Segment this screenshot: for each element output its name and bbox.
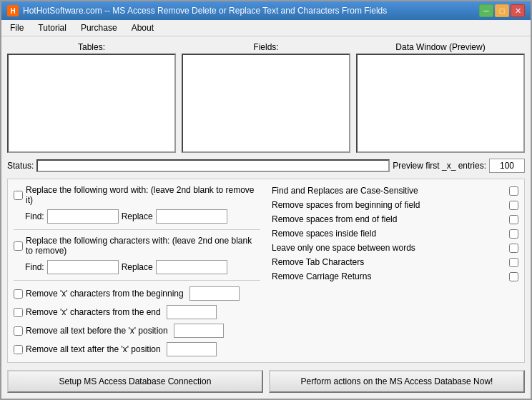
remove-begin-input[interactable] (189, 286, 240, 301)
right-option-label-5: Remove Tab Characters (272, 257, 509, 267)
replace-label-1: Replace (122, 211, 153, 221)
fields-listbox[interactable] (182, 54, 350, 153)
remove-before-label: Remove all text before the 'x' position (26, 326, 168, 336)
divider-2 (14, 280, 260, 281)
right-option-row-4: Leave only one space between words (272, 242, 518, 254)
right-option-checkbox-1[interactable] (509, 201, 518, 210)
perform-button[interactable]: Perform actions on the MS Access Databas… (269, 370, 525, 393)
options-section: Replace the following word with: (leave … (7, 179, 525, 363)
status-bar (36, 159, 390, 172)
find-word-input[interactable] (47, 209, 119, 224)
menu-purchase[interactable]: Purchase (75, 21, 123, 34)
replace-chars-checkbox[interactable] (14, 241, 23, 251)
datawindow-label: Data Window (Preview) (356, 42, 525, 52)
remove-before-checkbox[interactable] (14, 326, 23, 336)
right-option-label-1: Remove spaces from beginning of field (272, 200, 509, 210)
divider-1 (14, 229, 260, 230)
options-left: Replace the following word with: (leave … (14, 185, 260, 356)
find-chars-input[interactable] (47, 260, 119, 274)
preview-entries-input[interactable] (489, 159, 525, 173)
menu-file[interactable]: File (4, 21, 29, 34)
remove-after-input[interactable] (167, 342, 217, 356)
menu-tutorial[interactable]: Tutorial (32, 21, 72, 34)
right-option-row-5: Remove Tab Characters (272, 256, 518, 268)
maximize-button[interactable]: □ (495, 4, 509, 17)
remove-after-checkbox[interactable] (14, 345, 23, 354)
remove-after-row: Remove all text after the 'x' position (14, 342, 260, 356)
options-right: Find and Replaces are Case-SensitiveRemo… (272, 185, 518, 356)
tables-panel-group: Tables: (7, 42, 176, 153)
tables-listbox[interactable] (7, 54, 176, 153)
setup-button[interactable]: Setup MS Access Database Connection (7, 370, 263, 393)
panels-row: Tables: Fields: Data Window (Preview) (7, 42, 525, 153)
right-option-label-4: Leave only one space between words (272, 243, 509, 253)
title-bar: H HotHotSoftware.com -- MS Access Remove… (1, 1, 531, 20)
replace-chars-input[interactable] (156, 260, 227, 274)
menu-bar: File Tutorial Purchase About (1, 20, 531, 36)
replace-word-checkbox[interactable] (14, 191, 23, 200)
right-option-row-6: Remove Carriage Returns (272, 271, 518, 282)
status-row: Status: Preview first _x_ entries: (7, 157, 525, 174)
minimize-button[interactable]: ─ (479, 4, 493, 17)
close-button[interactable]: ✕ (511, 4, 525, 17)
main-content: Tables: Fields: Data Window (Preview) St… (1, 36, 531, 399)
right-option-checkbox-4[interactable] (509, 244, 518, 253)
right-option-label-2: Remove spaces from end of field (272, 214, 509, 224)
remove-before-row: Remove all text before the 'x' position (14, 324, 260, 338)
buttons-row: Setup MS Access Database Connection Perf… (7, 370, 525, 393)
replace-word-row: Replace the following word with: (leave … (14, 185, 260, 205)
right-option-checkbox-0[interactable] (509, 186, 518, 196)
replace-word-label: Replace the following word with: (leave … (26, 185, 260, 205)
preview-label: Preview first _x_ entries: (393, 161, 486, 171)
right-option-row-0: Find and Replaces are Case-Sensitive (272, 185, 518, 196)
replace-chars-label: Replace the following characters with: (… (26, 236, 260, 256)
replace-label-2: Replace (122, 262, 153, 272)
remove-after-label: Remove all text after the 'x' position (26, 344, 161, 354)
remove-before-input[interactable] (174, 324, 224, 338)
fields-panel-group: Fields: (182, 42, 350, 153)
find-replace-word-row: Find: Replace (25, 209, 260, 224)
right-option-label-6: Remove Carriage Returns (272, 271, 509, 281)
remove-end-input[interactable] (167, 305, 217, 319)
right-option-checkbox-3[interactable] (509, 229, 518, 239)
tables-label: Tables: (7, 42, 176, 52)
remove-end-row: Remove 'x' characters from the end (14, 305, 260, 319)
datawindow-panel-group: Data Window (Preview) (356, 42, 525, 153)
replace-chars-row: Replace the following characters with: (… (14, 236, 260, 256)
datawindow-listbox[interactable] (356, 54, 525, 153)
right-option-row-1: Remove spaces from beginning of field (272, 199, 518, 211)
remove-begin-row: Remove 'x' characters from the beginning (14, 286, 260, 301)
right-option-checkbox-6[interactable] (509, 272, 518, 281)
app-icon: H (7, 5, 19, 16)
remove-begin-label: Remove 'x' characters from the beginning (26, 289, 184, 299)
status-label: Status: (7, 161, 34, 171)
right-option-checkbox-5[interactable] (509, 258, 518, 267)
find-label-1: Find: (25, 211, 44, 221)
right-option-row-3: Remove spaces inside field (272, 228, 518, 239)
right-option-label-0: Find and Replaces are Case-Sensitive (272, 186, 509, 196)
find-label-2: Find: (25, 262, 44, 272)
replace-word-input[interactable] (156, 209, 227, 224)
remove-end-checkbox[interactable] (14, 308, 23, 317)
remove-begin-checkbox[interactable] (14, 289, 23, 299)
find-replace-chars-row: Find: Replace (25, 260, 260, 274)
right-option-label-3: Remove spaces inside field (272, 229, 509, 239)
menu-about[interactable]: About (126, 21, 159, 34)
main-window: H HotHotSoftware.com -- MS Access Remove… (0, 0, 532, 400)
remove-end-label: Remove 'x' characters from the end (26, 307, 161, 317)
fields-label: Fields: (182, 42, 350, 52)
right-option-row-2: Remove spaces from end of field (272, 214, 518, 225)
window-title: HotHotSoftware.com -- MS Access Remove D… (23, 6, 387, 16)
right-option-checkbox-2[interactable] (509, 215, 518, 224)
